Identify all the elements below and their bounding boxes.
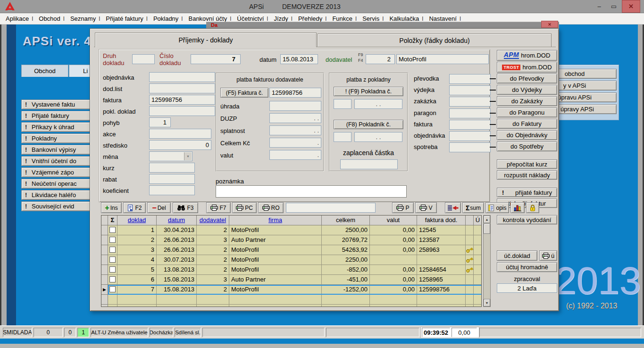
sum-column-header[interactable]: Σ — [108, 215, 117, 225]
menu-servis[interactable]: Servis — [362, 15, 379, 22]
duzp-field[interactable]: . . — [269, 113, 321, 123]
valut-column-header[interactable]: valut — [370, 215, 417, 225]
menu-funkce[interactable]: Funkce — [332, 15, 352, 22]
sidebar-item-vnitrni-ucetni-doklady[interactable]: !Vnitřní účetní do — [21, 156, 92, 166]
dodavatel-column-header[interactable]: dodavatel — [197, 215, 229, 225]
menu-obchod[interactable]: Obchod — [39, 15, 60, 22]
do-faktury-button[interactable]: do Faktury — [497, 119, 557, 129]
valut-field[interactable]: . — [269, 150, 321, 160]
faktura-field[interactable]: 125998756 — [149, 95, 215, 105]
doklad-column-header[interactable]: doklad — [117, 215, 157, 225]
mena-select[interactable]: ▼ — [149, 151, 192, 161]
row-checkbox-cell[interactable] — [108, 265, 117, 275]
table-row-empty[interactable] — [101, 295, 481, 305]
datum-field[interactable]: 15.08.2013 — [280, 54, 318, 64]
print-p-button[interactable]: P — [392, 202, 414, 213]
maximize-button[interactable]: ▭ — [607, 0, 621, 13]
sum-button[interactable]: Σsum — [462, 202, 484, 213]
rabat-field[interactable] — [149, 174, 195, 184]
akce-field[interactable] — [149, 129, 211, 139]
tab-prijemky-doklady[interactable]: Příjemky - doklady — [95, 33, 317, 47]
sidebar-item-vystavene-faktury[interactable]: !Vystavené faktu — [21, 99, 92, 109]
background-window-close-button[interactable]: ✕ — [541, 21, 558, 28]
row-checkbox[interactable] — [109, 276, 116, 282]
celkem-column-header[interactable]: celkem — [322, 215, 370, 225]
scroll-down-button[interactable]: ▼ — [484, 299, 490, 307]
print-ro-button[interactable]: RO — [258, 202, 284, 213]
menu-kalkulacka[interactable]: Kalkulačka — [389, 15, 419, 22]
rozpustit-naklady-button[interactable]: rozpustit náklady — [497, 170, 557, 180]
prijate-faktury-button[interactable]: !přijaté faktury — [497, 188, 557, 197]
kurz-field[interactable] — [149, 163, 195, 173]
status-dochazka[interactable]: Docházka — [150, 328, 173, 337]
sidebar-item-neucetni-operace[interactable]: !Neúčetní operac — [21, 179, 92, 189]
menu-nastaveni[interactable]: Nastavení — [429, 15, 457, 22]
pokladnik-date-field[interactable]: . . — [354, 132, 402, 142]
scroll-up-button[interactable]: ▲ — [484, 215, 490, 223]
table-row[interactable]: 5 13.08.2013 2 MotoProfil -852,00 0,00 1… — [101, 265, 481, 275]
row-checkbox[interactable] — [109, 286, 116, 292]
spotreba-field[interactable] — [449, 142, 491, 152]
lock-button[interactable] — [526, 202, 539, 213]
table-row-selected[interactable]: ▶ 7 15.08.2013 2 MotoProfil -1252,00 0,0… — [101, 285, 481, 295]
scrollbar-thumb[interactable] — [484, 224, 490, 234]
druh-dokladu-field[interactable] — [132, 54, 155, 64]
sidebar-item-prijate-faktury[interactable]: !Přijaté faktury — [21, 111, 92, 121]
row-checkbox[interactable] — [109, 237, 116, 243]
row-checkbox[interactable] — [109, 247, 116, 253]
table-row[interactable]: 1 30.04.2013 2 MotoProfil 2500,00 0,00 1… — [101, 225, 481, 235]
chevron-down-icon[interactable]: ▼ — [184, 152, 192, 160]
row-checkbox[interactable] — [109, 227, 116, 233]
menu-prijate-faktury[interactable]: Přijaté faktury — [106, 15, 143, 22]
status-alt-u[interactable]: ALT-U Změna uživatele — [91, 328, 148, 337]
table-row[interactable]: 4 30.07.2013 2 MotoProfil 2250,00 — [101, 255, 481, 265]
do-paragonu-button[interactable]: do Paragonu — [497, 108, 557, 117]
sidebar-item-prikazy-k-uhrade[interactable]: !Příkazy k úhrad — [21, 122, 92, 132]
export-doc-button[interactable] — [445, 202, 461, 213]
table-row[interactable]: 6 15.08.2013 3 Auto Partner -451,00 0,00… — [101, 275, 481, 285]
paragon-field[interactable] — [449, 108, 491, 118]
faktura-dod-column-header[interactable]: faktura dod. — [417, 215, 466, 225]
menu-pokladny[interactable]: Pokladny — [153, 15, 178, 22]
opis-button[interactable]: opis — [485, 202, 509, 213]
apm-hrom-dod-button[interactable]: APMhrom.DOD — [497, 50, 557, 61]
print-pc-button[interactable]: PC — [232, 202, 257, 213]
do-zakazky-button[interactable]: do Zakázky — [497, 96, 557, 106]
poznamka-field[interactable] — [216, 185, 407, 198]
row-checkbox-cell[interactable] — [108, 235, 117, 245]
do-vydejky-button[interactable]: do Výdejky — [497, 85, 557, 95]
f9-pokladna-button[interactable]: ! (F9) Pokladna č. — [334, 87, 403, 96]
pokladnik-number-field[interactable] — [334, 132, 351, 142]
chart-button[interactable] — [510, 202, 525, 213]
cislo-dokladu-field[interactable]: 7 — [191, 54, 241, 64]
sidebar-item-likvidace-haleru[interactable]: !Likvidace haléřo — [21, 190, 92, 200]
print-u-button[interactable]: ú — [539, 250, 557, 261]
f8-pokladnik-button[interactable]: (F8) Pokladník č. — [334, 120, 403, 129]
minimize-button[interactable]: – — [592, 0, 606, 13]
objednavka-link-field[interactable] — [449, 131, 491, 141]
zakazka-field[interactable] — [449, 97, 491, 107]
datum-column-header[interactable]: datum — [157, 215, 197, 225]
menu-prehledy[interactable]: Přehledy — [298, 15, 322, 22]
tab-obchod[interactable]: Obchod — [21, 65, 68, 77]
sidebar-item-bankovni-vypisy[interactable]: !Bankovní výpisy — [21, 145, 92, 155]
uhrada-field[interactable] — [269, 101, 321, 111]
kontrola-vydodani-button[interactable]: kontrola vydodání — [497, 215, 557, 224]
do-spotreby-button[interactable]: do Spotřeby — [497, 141, 557, 151]
row-checkbox[interactable] — [109, 257, 116, 263]
row-checkbox[interactable] — [109, 266, 116, 273]
sidebar-item-vzajemne-zapocty[interactable]: !Vzájemné zápo — [21, 167, 92, 177]
row-checkbox-cell[interactable] — [108, 255, 117, 265]
menu-ucetnictvi[interactable]: Účetnictví — [237, 15, 264, 22]
firma-column-header[interactable]: firma — [229, 215, 322, 225]
toolbar-filter-field[interactable] — [286, 203, 376, 213]
table-scrollbar[interactable]: ▲ ▼ — [483, 215, 491, 307]
prevodka-field[interactable] — [449, 74, 491, 84]
f5-faktura-field[interactable]: 125998756 — [269, 88, 321, 98]
zaplacena-castka-field[interactable] — [340, 159, 398, 169]
koeficient-field[interactable] — [149, 185, 195, 195]
table-row[interactable]: 2 26.06.2013 3 Auto Partner 20769,72 0,0… — [101, 235, 481, 245]
prepocitat-kurz-button[interactable]: přepočítat kurz — [497, 159, 557, 169]
sidebar-item-pokladny[interactable]: !Pokladny — [21, 133, 92, 143]
pokl-doklad-field[interactable] — [149, 106, 215, 116]
